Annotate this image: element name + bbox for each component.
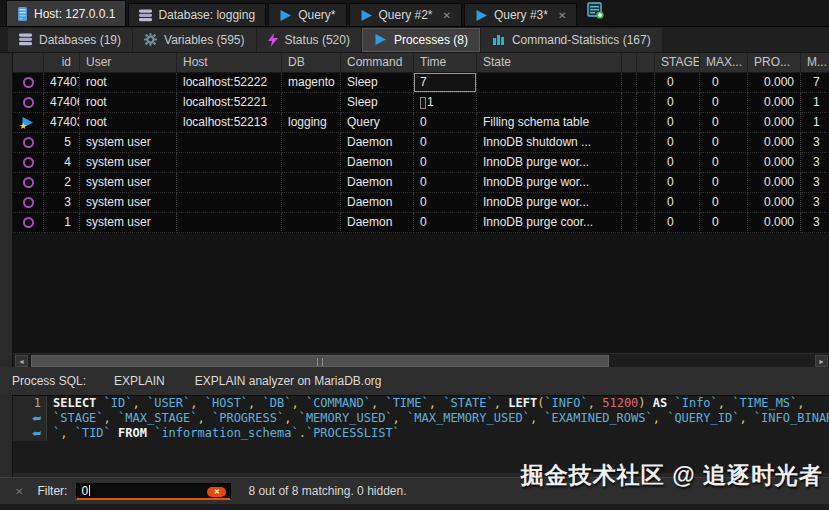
cell-db[interactable]	[282, 213, 341, 233]
cell-max_stage[interactable]: 0	[700, 133, 748, 153]
cell-n2[interactable]	[637, 213, 655, 233]
cell-progress[interactable]: 0.000	[748, 173, 801, 193]
cell-state[interactable]: InnoDB purge wor...	[477, 193, 622, 213]
cell-n1[interactable]	[622, 173, 637, 193]
cell-host[interactable]	[177, 153, 282, 173]
cell-command[interactable]: Sleep	[341, 73, 414, 93]
query-tab-4[interactable]: Query #3*✕	[464, 3, 577, 26]
cell-command[interactable]: Daemon	[341, 213, 414, 233]
cell-memory[interactable]: 3	[801, 133, 829, 153]
cell-max_stage[interactable]: 0	[700, 93, 748, 113]
cell-command[interactable]: Daemon	[341, 153, 414, 173]
query-tab-3[interactable]: Query #2*✕	[349, 3, 462, 26]
cell-command[interactable]: Daemon	[341, 173, 414, 193]
cell-memory[interactable]: 3	[801, 153, 829, 173]
cell-progress[interactable]: 0.000	[748, 153, 801, 173]
cell-n1[interactable]	[622, 193, 637, 213]
cell-time[interactable]: 0	[414, 153, 477, 173]
cell-state[interactable]	[477, 93, 622, 113]
cell-max_stage[interactable]: 0	[700, 73, 748, 93]
cell-host[interactable]	[177, 213, 282, 233]
cell-n2[interactable]	[637, 193, 655, 213]
cell-max_stage[interactable]: 0	[700, 213, 748, 233]
column-header-progress[interactable]: PRO...	[748, 53, 801, 73]
cell-time[interactable]: 0	[414, 193, 477, 213]
cell-state[interactable]	[477, 73, 622, 93]
sql-code[interactable]: `STAGE`, `MAX_STAGE`, `PROGRESS`, `MEMOR…	[47, 411, 829, 426]
cell-time[interactable]: 0	[414, 213, 477, 233]
cell-state[interactable]: InnoDB purge wor...	[477, 173, 622, 193]
cell-id[interactable]: 4	[44, 153, 80, 173]
column-header-max_stage[interactable]: MAX...	[700, 53, 748, 73]
cell-n1[interactable]	[622, 153, 637, 173]
cell-icon[interactable]	[13, 153, 44, 173]
clear-input-icon[interactable]: ✕	[207, 487, 226, 497]
cell-max_stage[interactable]: 0	[700, 193, 748, 213]
cell-n1[interactable]	[622, 113, 637, 133]
table-row[interactable]: 47406rootlocalhost:52221Sleep1000.0001	[13, 93, 829, 113]
column-header-memory[interactable]: M...	[801, 53, 829, 73]
cell-id[interactable]: 1	[44, 213, 80, 233]
column-header-command[interactable]: Command	[341, 53, 414, 73]
table-row[interactable]: 3system userDaemon0InnoDB purge wor...00…	[13, 193, 829, 213]
explain-link[interactable]: EXPLAIN	[114, 374, 165, 388]
cell-n1[interactable]	[622, 133, 637, 153]
cell-progress[interactable]: 0.000	[748, 133, 801, 153]
cell-host[interactable]: localhost:52221	[177, 93, 282, 113]
cell-id[interactable]: 5	[44, 133, 80, 153]
cell-max_stage[interactable]: 0	[700, 113, 748, 133]
sub-tab-2[interactable]: Status (520)	[257, 28, 361, 52]
scroll-right-arrow-icon[interactable]: ►	[815, 355, 828, 367]
cell-id[interactable]: 3	[44, 193, 80, 213]
cell-host[interactable]	[177, 173, 282, 193]
cell-host[interactable]	[177, 133, 282, 153]
column-header-stage[interactable]: STAGE	[655, 53, 700, 73]
clear-filter-icon[interactable]: ✕	[15, 486, 23, 497]
cell-icon[interactable]	[13, 93, 44, 113]
cell-n1[interactable]	[622, 213, 637, 233]
cell-max_stage[interactable]: 0	[700, 173, 748, 193]
table-row[interactable]: 47407rootlocalhost:52222magentoSleep7000…	[13, 73, 829, 93]
table-row[interactable]: 5system userDaemon0InnoDB shutdown ...00…	[13, 133, 829, 153]
column-header-n1[interactable]	[622, 53, 637, 73]
cell-icon[interactable]	[13, 173, 44, 193]
cell-host[interactable]: localhost:52222	[177, 73, 282, 93]
cell-stage[interactable]: 0	[655, 173, 700, 193]
cell-stage[interactable]: 0	[655, 113, 700, 133]
cell-progress[interactable]: 0.000	[748, 213, 801, 233]
cell-n1[interactable]	[622, 93, 637, 113]
cell-stage[interactable]: 0	[655, 213, 700, 233]
table-row[interactable]: 2system userDaemon0InnoDB purge wor...00…	[13, 173, 829, 193]
cell-db[interactable]	[282, 173, 341, 193]
cell-memory[interactable]: 3	[801, 173, 829, 193]
cell-user[interactable]: system user	[80, 153, 177, 173]
close-icon[interactable]: ✕	[558, 10, 566, 21]
cell-memory[interactable]: 1	[801, 93, 829, 113]
column-header-icon[interactable]	[13, 53, 44, 73]
cell-n2[interactable]	[637, 173, 655, 193]
cell-db[interactable]	[282, 133, 341, 153]
table-row[interactable]: ★47403rootlocalhost:52213loggingQuery0Fi…	[13, 113, 829, 133]
table-row[interactable]: 1system userDaemon0InnoDB purge coor...0…	[13, 213, 829, 233]
explain-analyzer-link[interactable]: EXPLAIN analyzer on MariaDB.org	[195, 374, 382, 388]
cell-state[interactable]: InnoDB purge wor...	[477, 153, 622, 173]
query-tab-1[interactable]: Database: logging	[128, 3, 266, 26]
cell-command[interactable]: Daemon	[341, 133, 414, 153]
cell-user[interactable]: system user	[80, 193, 177, 213]
cell-user[interactable]: system user	[80, 173, 177, 193]
cell-memory[interactable]: 3	[801, 193, 829, 213]
close-icon[interactable]: ✕	[443, 10, 451, 21]
cell-n2[interactable]	[637, 113, 655, 133]
table-row[interactable]: 4system userDaemon0InnoDB purge wor...00…	[13, 153, 829, 173]
cell-time[interactable]: 0	[414, 133, 477, 153]
cell-state[interactable]: InnoDB purge coor...	[477, 213, 622, 233]
cell-time[interactable]: 0	[414, 173, 477, 193]
sql-code[interactable]: SELECT `ID`, `USER`, `HOST`, `DB`, `COMM…	[47, 396, 805, 411]
cell-id[interactable]: 2	[44, 173, 80, 193]
cell-stage[interactable]: 0	[655, 193, 700, 213]
cell-db[interactable]	[282, 193, 341, 213]
cell-max_stage[interactable]: 0	[700, 153, 748, 173]
cell-memory[interactable]: 1	[801, 113, 829, 133]
sub-tab-1[interactable]: Variables (595)	[133, 28, 255, 52]
cell-progress[interactable]: 0.000	[748, 113, 801, 133]
